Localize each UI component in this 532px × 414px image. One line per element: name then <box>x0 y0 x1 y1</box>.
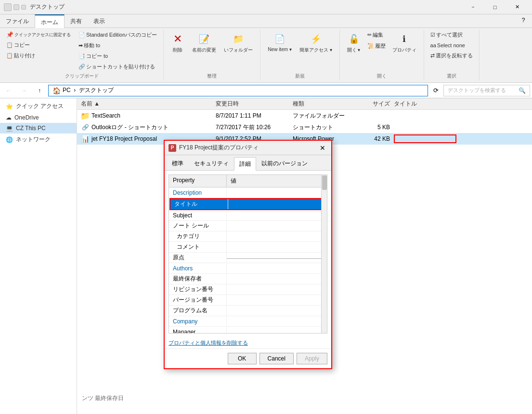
prop-name-comment: コメント <box>169 242 227 252</box>
scrollbar-thumb[interactable] <box>322 175 327 190</box>
prop-table-header: Property 値 <box>169 175 327 187</box>
dialog-overlay: P FY18 Project提案のプロパティ ✕ 標準 セキュリティ 詳細 以前… <box>0 0 532 414</box>
list-item[interactable]: リビジョン番号 <box>169 284 327 295</box>
dialog-titlebar: P FY18 Project提案のプロパティ ✕ <box>165 141 331 155</box>
col-value: 値 <box>227 175 327 187</box>
list-item[interactable]: 原点 <box>169 253 327 263</box>
prop-category-company: Company <box>169 317 227 326</box>
prop-name-program: プログラム名 <box>169 306 227 316</box>
scrollbar[interactable] <box>321 175 327 333</box>
property-table: Property 値 Description タイトル Subject <box>169 174 327 334</box>
dtab-detail[interactable]: 詳細 <box>234 157 256 171</box>
prop-name-subject: Subject <box>169 211 227 220</box>
list-item[interactable]: Subject <box>169 210 327 221</box>
prop-name-note: ノート シール <box>169 221 227 231</box>
dialog-tabs: 標準 セキュリティ 詳細 以前のバージョン <box>165 155 331 171</box>
privacy-link[interactable]: プロパティと個人情報を削除する <box>169 340 248 346</box>
prop-name-origin: 原点 <box>169 253 227 263</box>
prop-name-revision: リビジョン番号 <box>169 284 227 294</box>
ok-button[interactable]: OK <box>228 353 257 364</box>
list-item[interactable]: 最終保存者 <box>169 274 327 284</box>
prop-category-authors: Authors <box>169 264 227 273</box>
list-item: Description <box>169 187 327 198</box>
list-item[interactable]: バージョン番号 <box>169 295 327 306</box>
privacy-section: プロパティと個人情報を削除する <box>165 337 331 348</box>
properties-dialog: P FY18 Project提案のプロパティ ✕ 標準 セキュリティ 詳細 以前… <box>164 140 332 369</box>
list-item[interactable]: Manager <box>169 327 327 334</box>
cancel-button[interactable]: Cancel <box>260 353 294 364</box>
prop-name-manager: Manager <box>169 328 227 334</box>
list-item[interactable]: コメント <box>169 242 327 253</box>
dialog-app-icon: P <box>169 144 176 152</box>
dialog-body: Property 値 Description タイトル Subject <box>165 171 331 337</box>
prop-name-category: カテゴリ <box>169 231 227 241</box>
dtab-security[interactable]: セキュリティ <box>189 157 234 170</box>
prop-name-version: バージョン番号 <box>169 295 227 305</box>
prop-name-last-saved: 最終保存者 <box>169 274 227 284</box>
list-item[interactable]: プログラム名 <box>169 306 327 316</box>
dialog-title: FY18 Project提案のプロパティ <box>179 144 318 152</box>
col-property: Property <box>169 175 227 187</box>
dialog-close-button[interactable]: ✕ <box>318 143 327 153</box>
list-item[interactable]: タイトル <box>169 198 326 210</box>
list-item[interactable]: カテゴリ <box>169 231 327 242</box>
list-item[interactable]: ノート シール <box>169 221 327 231</box>
prop-category-description: Description <box>169 188 227 197</box>
list-item: Company <box>169 316 327 327</box>
dtab-standard[interactable]: 標準 <box>167 157 189 170</box>
dtab-previous[interactable]: 以前のバージョン <box>256 157 313 170</box>
list-item: Authors <box>169 263 327 274</box>
prop-name-title: タイトル <box>170 199 228 209</box>
apply-button[interactable]: Apply <box>297 353 327 364</box>
dialog-footer: OK Cancel Apply <box>165 348 331 368</box>
